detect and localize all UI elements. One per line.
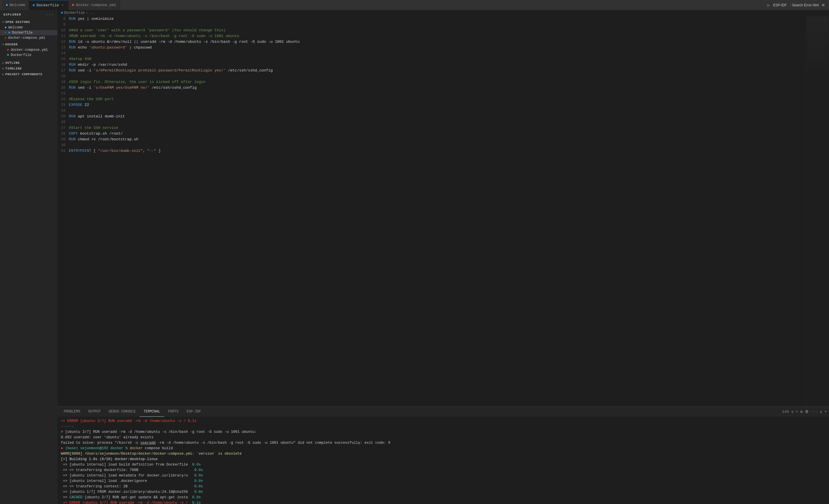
welcome-icon: ● xyxy=(6,3,8,7)
compose-file-icon: ● xyxy=(5,36,6,40)
code-line-16: 16 RUN mkdir -p /var/run/sshd xyxy=(58,62,806,68)
code-line-24: 24 xyxy=(58,108,806,114)
code-line-21: 21 xyxy=(58,91,806,97)
sidebar-item-welcome[interactable]: ● Welcome xyxy=(0,25,58,30)
terminal-line-building: [+] Building 1.0s (6/10) docker:desktop-… xyxy=(61,457,826,462)
terminal-line-s1: => [ubuntu internal] load build definiti… xyxy=(61,462,826,468)
explorer-header: EXPLORER ··· xyxy=(0,10,58,19)
open-editors-header[interactable]: ▾ OPEN EDITORS xyxy=(0,19,58,25)
timeline-header[interactable]: ▸ TIMELINE xyxy=(0,66,58,71)
outline-label: OUTLINE xyxy=(5,61,20,65)
sidebar-dockerfile-file[interactable]: ■ Dockerfile xyxy=(0,52,58,58)
tab-welcome[interactable]: ● Welcome xyxy=(2,0,29,10)
docker-icon-breadcrumb: ■ xyxy=(61,11,63,15)
code-line-22: 22 #Expose the SSH port xyxy=(58,97,806,102)
chevron-up-icon[interactable]: ∧ xyxy=(820,409,822,414)
close-dockerfile-icon[interactable]: × xyxy=(61,4,65,7)
tab-terminal[interactable]: TERMINAL xyxy=(140,407,164,417)
code-line-17: 17 RUN sed -i 's/#PermitRootLogin prohib… xyxy=(58,68,806,73)
panel-actions: zsh ∨ + ⊞ 🗑 ··· ∧ × xyxy=(782,409,827,414)
code-line-25: 25 RUN apt install dumb-init xyxy=(58,114,806,119)
sidebar-item-dockerfile[interactable]: × ■ Dockerfile xyxy=(0,30,58,35)
close-icon-dockerfile[interactable]: × xyxy=(5,31,7,34)
esp-idf-search-hint: ESP-IDF xyxy=(773,3,787,7)
code-line-29: 29 RUN chmod +x /root/bootstrap.sh xyxy=(58,137,806,142)
code-line-26: 26 xyxy=(58,119,806,125)
timeline-label: TIMELINE xyxy=(5,67,22,70)
terminal-chevron-icon[interactable]: ∨ xyxy=(791,409,793,414)
breadcrumb-dockerfile: Dockerfile xyxy=(64,11,85,15)
panel-tabs: PROBLEMS OUTPUT DEBUG CONSOLE TERMINAL P… xyxy=(58,407,829,417)
title-bar: ● Welcome ■ Dockerfile × ■ docker-compos… xyxy=(0,0,829,10)
docker-compose-icon: ■ xyxy=(72,3,74,7)
timeline-chevron: ▸ xyxy=(2,67,4,70)
esp-idf-label: ESP-IDF xyxy=(187,409,201,413)
terminal-content[interactable]: => ERROR [ubuntu 3/7] RUN useradd -rm -d… xyxy=(58,417,829,504)
error-prefix: => ERROR [ubuntu 3/7] RUN useradd -rm -d… xyxy=(61,419,196,423)
terminal-line-error2: => ERROR [ubuntu 3/7] RUN useradd -rm -d… xyxy=(61,500,826,504)
code-line-20: 20 RUN sed -i 's/UsePAM yes/UsePAM no/' … xyxy=(58,85,806,91)
code-editor[interactable]: 8 RUN yes | unminimize 9 10 #Add a user … xyxy=(58,16,829,406)
sidebar-welcome-label: Welcome xyxy=(8,26,23,30)
problems-label: PROBLEMS xyxy=(64,409,80,413)
breadcrumb: ■ Dockerfile › ... xyxy=(58,10,829,16)
terminal-line-s4: => [ubuntu internal] load .dockerignore … xyxy=(61,478,826,484)
code-line-27: 27 #Start the SSH service xyxy=(58,125,806,131)
terminal-line-s2: => => transferring dockerfile: 700B 0.0s xyxy=(61,468,826,473)
tab-debug-console[interactable]: DEBUG CONSOLE xyxy=(105,407,140,417)
terminal-line-prompt1: ● (base) sejunmoon@192 docker % docker c… xyxy=(61,446,826,451)
close-panel-icon[interactable]: × xyxy=(824,409,827,414)
code-scroll-area[interactable]: 8 RUN yes | unminimize 9 10 #Add a user … xyxy=(58,16,806,406)
code-line-23: 23 EXPOSE 22 xyxy=(58,102,806,108)
code-line-31: 31 ENTRYPOINT [ "/usr/bin/dumb-init", "-… xyxy=(58,148,806,154)
project-components-chevron: ▸ xyxy=(2,73,4,76)
explorer-label: EXPLORER xyxy=(3,13,21,16)
sidebar-dockerfile-label: Dockerfile xyxy=(12,31,33,35)
sidebar: EXPLORER ··· ▾ OPEN EDITORS ● Welcome × … xyxy=(0,10,58,504)
breadcrumb-ellipsis: ... xyxy=(89,11,95,15)
dockerfile-file-icon: ■ xyxy=(8,31,10,35)
split-editor-icon[interactable]: ⊡ xyxy=(822,3,824,7)
debug-console-label: DEBUG CONSOLE xyxy=(109,409,136,413)
terminal-line-fail1: failed to solve: process "/bin/sh -c use… xyxy=(61,440,826,446)
code-line-14: 14 xyxy=(58,50,806,56)
main-layout: EXPLORER ··· ▾ OPEN EDITORS ● Welcome × … xyxy=(0,10,829,504)
tab-ports[interactable]: PORTS xyxy=(164,407,183,417)
add-terminal-icon[interactable]: + xyxy=(796,409,798,414)
open-editors-chevron: ▾ xyxy=(2,21,4,24)
code-line-18: 18 xyxy=(58,73,806,79)
sidebar-docker-compose-file[interactable]: ● docker-compose.yml xyxy=(0,47,58,52)
tab-esp-idf[interactable]: ESP-IDF xyxy=(183,407,205,417)
dockerfile-icon: ■ xyxy=(32,3,35,7)
terminal-line-step2: 0.092 useradd: user 'ubuntu' already exi… xyxy=(61,435,826,440)
code-line-9: 9 xyxy=(58,22,806,28)
breadcrumb-sep: › xyxy=(86,11,88,15)
tab-dockerfile[interactable]: ■ Dockerfile × xyxy=(29,0,68,10)
tab-docker-compose-label: docker-compose.yml xyxy=(76,3,116,7)
code-line-19: 19 #SSH login fix. Otherwise, the user i… xyxy=(58,79,806,85)
docker-file-icon: ■ xyxy=(7,53,9,57)
tab-problems[interactable]: PROBLEMS xyxy=(60,407,84,417)
code-line-13: 13 RUN echo 'ubuntu:password' | chpasswd xyxy=(58,45,806,50)
more-terminal-icon[interactable]: ··· xyxy=(811,409,818,414)
code-line-28: 28 COPY bootstrap.sh /root/ xyxy=(58,131,806,137)
docker-section-header[interactable]: ▾ DOCKER xyxy=(0,42,58,47)
code-line-11: 11 #RUN useradd -rm -d /home/ubuntu -s /… xyxy=(58,33,806,39)
terminal-line-divider1: ------ xyxy=(61,424,826,429)
sidebar-item-docker-compose[interactable]: ● docker-compose.yml xyxy=(0,35,58,40)
explorer-more-icon[interactable]: ··· xyxy=(46,12,54,17)
docker-label: DOCKER xyxy=(5,43,18,46)
docker-compose-file-label: docker-compose.yml xyxy=(11,48,48,52)
open-editors-label: OPEN EDITORS xyxy=(5,21,30,24)
code-line-10: 10 #Add a user 'user' with a password 'p… xyxy=(58,28,806,33)
tab-docker-compose[interactable]: ■ docker-compose.yml xyxy=(68,0,120,10)
welcome-file-icon: ● xyxy=(5,26,7,30)
project-components-header[interactable]: ▸ PROJECT COMPONENTS xyxy=(0,71,58,77)
run-icon[interactable]: ▷ xyxy=(767,3,770,7)
delete-terminal-icon[interactable]: 🗑 xyxy=(805,409,808,414)
terminal-line-s6: => [ubuntu 1/7] FROM docker.io/library/u… xyxy=(61,489,826,495)
terminal-name-label: zsh xyxy=(782,409,789,414)
tab-output[interactable]: OUTPUT xyxy=(84,407,105,417)
split-terminal-icon[interactable]: ⊞ xyxy=(800,409,803,414)
outline-header[interactable]: ▸ OUTLINE xyxy=(0,60,58,66)
